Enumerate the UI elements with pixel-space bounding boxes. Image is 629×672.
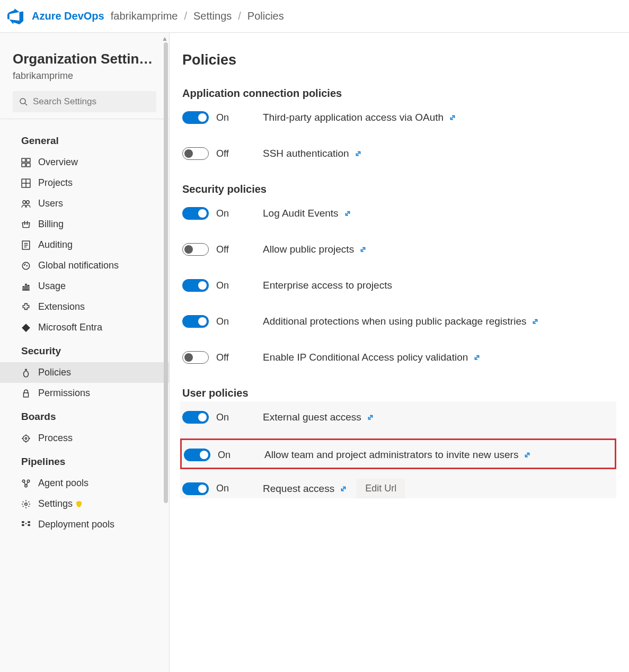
svg-point-37 <box>25 503 28 505</box>
svg-rect-39 <box>22 524 24 525</box>
policy-ip-conditional: Off Enable IP Conditional Access policy … <box>182 351 616 364</box>
policy-ssh: Off SSH authentication <box>182 147 616 160</box>
highlighted-invite-policy: On Allow team and project administrators… <box>180 438 616 469</box>
nav-global-notifications[interactable]: Global notifications <box>0 255 169 276</box>
link-icon[interactable] <box>344 210 351 217</box>
projects-icon <box>21 178 31 188</box>
permissions-icon <box>21 389 31 398</box>
overview-icon <box>21 158 31 167</box>
svg-rect-38 <box>22 521 24 523</box>
edit-url-button[interactable]: Edit Url <box>357 479 405 498</box>
nav-permissions[interactable]: Permissions <box>0 383 169 404</box>
search-settings-box[interactable] <box>13 91 156 112</box>
sidebar-title: Organization Settin… <box>0 51 169 67</box>
link-icon[interactable] <box>367 414 374 421</box>
toggle-state: Off <box>216 148 263 159</box>
svg-rect-41 <box>28 524 30 525</box>
breadcrumb-settings[interactable]: Settings <box>193 10 232 22</box>
toggle-request-access[interactable] <box>182 482 209 495</box>
nav-overview[interactable]: Overview <box>0 152 169 173</box>
sidebar: ▲ Organization Settin… fabrikamprime Gen… <box>0 33 170 672</box>
breadcrumb-policies[interactable]: Policies <box>247 10 284 22</box>
auditing-icon <box>21 240 31 250</box>
nav-label: Users <box>38 198 63 209</box>
policy-label: Enterprise access to projects <box>263 280 392 291</box>
svg-rect-40 <box>28 521 30 523</box>
nav-label: Extensions <box>38 301 85 312</box>
nav-deployment-pools[interactable]: Deployment pools <box>0 514 169 535</box>
toggle-state: On <box>216 316 263 327</box>
link-icon[interactable] <box>449 114 456 121</box>
svg-point-10 <box>26 200 30 203</box>
usage-icon <box>21 282 31 291</box>
nav-projects[interactable]: Projects <box>0 173 169 193</box>
nav-billing[interactable]: Billing <box>0 214 169 235</box>
toggle-guest-access[interactable] <box>182 411 209 424</box>
svg-rect-4 <box>22 163 25 167</box>
toggle-public-pkg[interactable] <box>182 315 209 328</box>
nav-label: Overview <box>38 157 78 168</box>
policy-label: External guest access <box>263 411 374 423</box>
policy-public-pkg: On Additional protections when using pub… <box>182 315 616 328</box>
toggle-ssh[interactable] <box>182 147 209 160</box>
link-icon[interactable] <box>473 354 481 361</box>
nav-users[interactable]: Users <box>0 193 169 214</box>
nav-label: Auditing <box>38 239 73 250</box>
svg-line-35 <box>24 482 25 485</box>
toggle-enterprise-access[interactable] <box>182 279 209 292</box>
nav-auditing[interactable]: Auditing <box>0 235 169 255</box>
billing-icon <box>21 220 31 229</box>
nav-entra[interactable]: Microsoft Entra <box>0 317 169 338</box>
breadcrumb-org[interactable]: fabrikamprime <box>111 10 178 22</box>
search-input[interactable] <box>33 96 150 107</box>
nav-agent-pools[interactable]: Agent pools <box>0 473 169 494</box>
scrollbar-thumb[interactable] <box>164 42 168 503</box>
scroll-up-arrow-icon[interactable]: ▲ <box>162 35 168 42</box>
section-general: General <box>0 128 169 152</box>
toggle-state: On <box>216 483 263 494</box>
nav-label: Agent pools <box>38 478 88 489</box>
gear-icon <box>21 499 31 509</box>
link-icon[interactable] <box>524 451 531 459</box>
link-icon[interactable] <box>359 246 367 253</box>
nav-label: Process <box>38 433 73 444</box>
breadcrumb-separator: / <box>238 10 241 22</box>
svg-rect-3 <box>26 158 30 162</box>
toggle-state: On <box>216 280 263 291</box>
link-icon[interactable] <box>531 318 539 325</box>
brand-link[interactable]: Azure DevOps <box>32 10 104 22</box>
svg-point-27 <box>25 437 26 439</box>
nav-process[interactable]: Process <box>0 428 169 449</box>
toggle-state: On <box>216 112 263 123</box>
toggle-invite-users[interactable] <box>184 449 210 461</box>
svg-point-9 <box>23 200 26 203</box>
svg-point-33 <box>27 480 30 482</box>
nav-label: Settings <box>38 498 73 509</box>
toggle-public-projects[interactable] <box>182 243 209 256</box>
policy-oauth: On Third-party application access via OA… <box>182 111 616 124</box>
link-icon[interactable] <box>340 485 347 492</box>
nav-pipeline-settings[interactable]: Settings <box>0 494 169 514</box>
nav-extensions[interactable]: Extensions <box>0 297 169 317</box>
svg-rect-2 <box>22 158 25 162</box>
section-security: Security <box>0 338 169 362</box>
policy-enterprise-access: On Enterprise access to projects <box>182 279 616 292</box>
toggle-oauth[interactable] <box>182 111 209 124</box>
toggle-ip-conditional[interactable] <box>182 351 209 364</box>
policy-invite-users: On Allow team and project administrators… <box>182 449 615 461</box>
toggle-log-audit[interactable] <box>182 207 209 220</box>
main-content: Policies Application connection policies… <box>170 33 629 672</box>
policy-icon <box>21 368 31 378</box>
section-security-policies: Security policies <box>182 183 616 195</box>
nav-label: Global notifications <box>38 260 119 271</box>
entra-icon <box>21 323 31 333</box>
breadcrumb-separator: / <box>184 10 187 22</box>
nav-usage[interactable]: Usage <box>0 276 169 297</box>
svg-point-11 <box>24 223 25 224</box>
link-icon[interactable] <box>355 150 362 157</box>
policy-label: Enable IP Conditional Access policy vali… <box>263 352 481 363</box>
nav-policies[interactable]: Policies <box>0 362 169 383</box>
sidebar-subtitle: fabrikamprime <box>0 67 169 91</box>
breadcrumb: fabrikamprime / Settings / Policies <box>111 10 284 22</box>
policy-label: Allow public projects <box>263 244 367 255</box>
